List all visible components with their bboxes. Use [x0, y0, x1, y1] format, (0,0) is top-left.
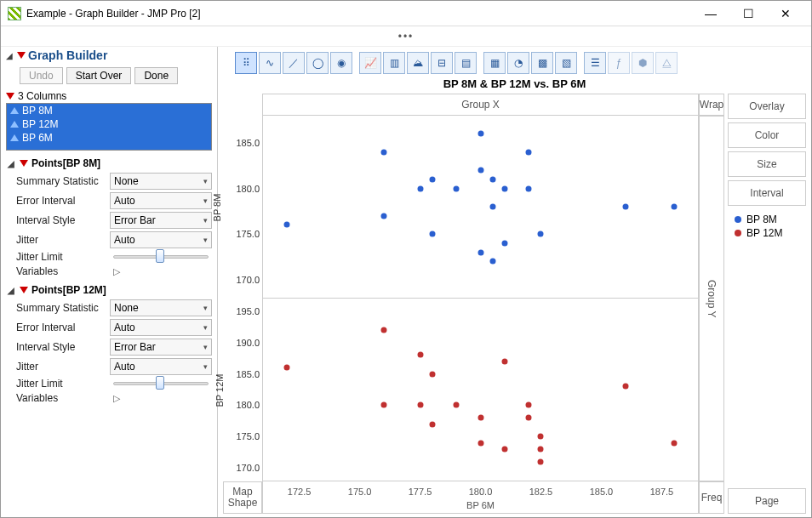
element-line-button[interactable]: 📈 — [359, 52, 381, 74]
element-smoother-button[interactable]: ∿ — [259, 52, 281, 74]
data-point[interactable] — [501, 240, 507, 246]
data-point[interactable] — [538, 447, 544, 453]
data-point[interactable] — [454, 402, 460, 408]
menu-overflow-icon[interactable]: ••• — [398, 31, 415, 43]
data-point[interactable] — [429, 371, 435, 377]
dropzone-color[interactable]: Color — [728, 122, 806, 148]
data-point[interactable] — [501, 358, 507, 364]
dropzone-freq[interactable]: Freq — [699, 481, 724, 514]
data-point[interactable] — [489, 259, 495, 265]
dropzone-wrap[interactable]: Wrap — [699, 94, 724, 116]
scatter-panel-top[interactable]: 170.0175.0180.0185.0 — [263, 116, 698, 298]
jitter-select[interactable]: Auto▾ — [110, 358, 212, 375]
data-point[interactable] — [380, 213, 386, 219]
data-point[interactable] — [417, 352, 423, 358]
element-boxplot-button[interactable]: ⊟ — [431, 52, 453, 74]
columns-list[interactable]: BP 8M BP 12M BP 6M — [6, 103, 212, 151]
element-heatmap-button[interactable]: ▦ — [483, 52, 506, 74]
data-point[interactable] — [622, 384, 628, 390]
variables-expand-icon[interactable]: ▷ — [110, 393, 212, 404]
section-disclosure-icon[interactable]: ◢ — [6, 285, 16, 295]
scatter-panel-bottom[interactable]: 170.0175.0180.0185.0190.0195.0 — [263, 298, 698, 481]
data-point[interactable] — [526, 149, 532, 155]
window-close-button[interactable]: ✕ — [767, 2, 804, 26]
data-point[interactable] — [501, 447, 507, 453]
data-point[interactable] — [501, 185, 507, 191]
undo-button[interactable]: Undo — [20, 67, 63, 84]
element-ellipse-button[interactable]: ◯ — [306, 52, 329, 74]
menu-bar[interactable]: ••• — [1, 26, 811, 47]
jitter-select[interactable]: Auto▾ — [110, 231, 212, 248]
element-histogram-button[interactable]: ▤ — [455, 52, 477, 74]
legend[interactable]: BP 8M BP 12M — [728, 209, 806, 243]
data-point[interactable] — [454, 185, 460, 191]
dropzone-map-shape[interactable]: Map Shape — [223, 481, 262, 514]
y-axis-label[interactable]: BP 12M — [214, 373, 225, 407]
element-parallel-button[interactable]: ⧋ — [655, 52, 678, 74]
jitter-limit-slider[interactable] — [110, 378, 212, 390]
dropzone-overlay[interactable]: Overlay — [728, 94, 806, 119]
outline-menu-icon[interactable] — [17, 52, 26, 59]
data-point[interactable] — [489, 176, 495, 182]
start-over-button[interactable]: Start Over — [66, 67, 132, 84]
dropzone-group-x[interactable]: Group X — [262, 94, 699, 116]
columns-menu-icon[interactable] — [6, 93, 14, 100]
error-interval-select[interactable]: Auto▾ — [110, 192, 212, 209]
element-bar-button[interactable]: ▥ — [383, 52, 405, 74]
data-point[interactable] — [284, 222, 290, 228]
section-disclosure-icon[interactable]: ◢ — [6, 158, 16, 168]
section-menu-icon[interactable] — [20, 160, 28, 167]
data-point[interactable] — [526, 415, 532, 421]
window-minimize-button[interactable]: — — [692, 2, 729, 26]
dropzone-size[interactable]: Size — [728, 151, 806, 177]
data-point[interactable] — [526, 402, 532, 408]
plot-area[interactable]: 170.0175.0180.0185.0 170.0175.0180.0185.… — [262, 116, 699, 481]
dropzone-page[interactable]: Page — [728, 488, 806, 514]
jitter-limit-slider[interactable] — [110, 251, 212, 263]
data-point[interactable] — [477, 249, 483, 255]
element-lineoffit-button[interactable]: ／ — [283, 52, 305, 74]
window-maximize-button[interactable]: ☐ — [729, 2, 767, 26]
data-point[interactable] — [429, 421, 435, 427]
data-point[interactable] — [671, 204, 677, 210]
data-point[interactable] — [477, 415, 483, 421]
data-point[interactable] — [489, 204, 495, 210]
done-button[interactable]: Done — [134, 67, 178, 84]
data-point[interactable] — [538, 231, 544, 237]
element-contour-button[interactable]: ◉ — [330, 52, 352, 74]
data-point[interactable] — [538, 458, 544, 464]
data-point[interactable] — [477, 168, 483, 174]
data-point[interactable] — [477, 440, 483, 446]
chart-title[interactable]: BP 8M & BP 12M vs. BP 6M — [218, 76, 811, 94]
data-point[interactable] — [622, 204, 628, 210]
data-point[interactable] — [477, 131, 483, 137]
element-area-button[interactable]: ⛰ — [407, 52, 429, 74]
y-axis-label[interactable]: BP 8M — [212, 193, 222, 221]
data-point[interactable] — [380, 327, 386, 333]
data-point[interactable] — [380, 149, 386, 155]
data-point[interactable] — [380, 402, 386, 408]
data-point[interactable] — [526, 185, 532, 191]
data-point[interactable] — [429, 231, 435, 237]
data-point[interactable] — [538, 434, 544, 440]
outline-disclosure-icon[interactable]: ◢ — [4, 50, 14, 60]
summary-statistic-select[interactable]: None▾ — [110, 173, 212, 190]
summary-statistic-select[interactable]: None▾ — [110, 299, 212, 316]
element-mosaic-button[interactable]: ▧ — [555, 52, 577, 74]
data-point[interactable] — [671, 440, 677, 446]
element-treemap-button[interactable]: ▩ — [531, 52, 553, 74]
variables-expand-icon[interactable]: ▷ — [110, 266, 212, 277]
element-mapshapes-button[interactable]: ⬢ — [632, 52, 654, 74]
section-menu-icon[interactable] — [20, 287, 28, 293]
error-interval-select[interactable]: Auto▾ — [110, 319, 212, 336]
interval-style-select[interactable]: Error Bar▾ — [110, 339, 212, 356]
x-axis-area[interactable]: BP 6M 172.5175.0177.5180.0182.5185.0187.… — [262, 481, 699, 514]
column-item[interactable]: BP 8M — [7, 104, 211, 117]
element-formula-button[interactable]: ƒ — [608, 52, 630, 74]
data-point[interactable] — [417, 402, 423, 408]
dropzone-group-y[interactable]: Group Y — [699, 116, 724, 481]
dropzone-interval[interactable]: Interval — [728, 180, 806, 206]
data-point[interactable] — [417, 185, 423, 191]
data-point[interactable] — [429, 176, 435, 182]
data-point[interactable] — [284, 365, 290, 371]
